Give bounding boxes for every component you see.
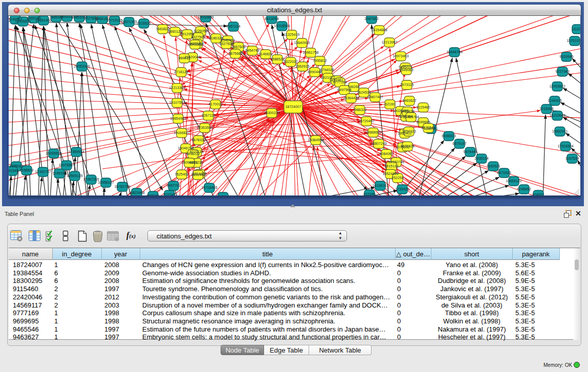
svg-text:9084067: 9084067	[379, 152, 393, 156]
svg-text:9115460: 9115460	[417, 105, 430, 109]
svg-text:15495764: 15495764	[403, 115, 419, 119]
svg-text:8678332: 8678332	[191, 138, 205, 142]
svg-text:4170012: 4170012	[208, 102, 222, 106]
svg-text:12342757: 12342757	[35, 170, 51, 173]
svg-text:16961758: 16961758	[302, 51, 318, 54]
svg-text:7955812: 7955812	[313, 59, 326, 62]
svg-text:3875685: 3875685	[228, 52, 242, 55]
svg-text:3215958: 3215958	[539, 107, 553, 111]
svg-text:15716465: 15716465	[201, 186, 217, 189]
svg-text:9327505: 9327505	[191, 35, 205, 39]
svg-text:11325419: 11325419	[284, 33, 300, 36]
svg-text:6879197: 6879197	[452, 142, 466, 145]
svg-text:18807249: 18807249	[371, 142, 386, 145]
svg-text:10958107: 10958107	[98, 181, 114, 184]
svg-text:9777169: 9777169	[333, 80, 346, 84]
svg-text:8498222: 8498222	[186, 152, 200, 156]
svg-text:1691448: 1691448	[191, 173, 205, 177]
svg-text:19218506: 19218506	[274, 24, 290, 28]
svg-text:7625402: 7625402	[175, 172, 188, 176]
svg-text:12405571: 12405571	[15, 19, 31, 23]
svg-text:3624534: 3624534	[357, 91, 371, 94]
svg-text:1733426: 1733426	[395, 187, 409, 191]
svg-text:10807487: 10807487	[367, 95, 383, 99]
svg-text:12213369: 12213369	[169, 86, 185, 90]
svg-text:18724007: 18724007	[285, 105, 301, 108]
svg-text:111234: 111234	[572, 27, 580, 31]
svg-text:62160: 62160	[385, 102, 395, 106]
svg-text:9699695: 9699695	[416, 120, 430, 124]
svg-text:7357224: 7357224	[226, 25, 240, 28]
svg-text:12823468: 12823468	[128, 191, 144, 194]
svg-text:1588520: 1588520	[270, 57, 284, 61]
svg-text:1167534: 1167534	[565, 157, 579, 160]
svg-text:16671355: 16671355	[121, 20, 137, 24]
svg-text:8454749: 8454749	[245, 49, 259, 52]
svg-text:12213967: 12213967	[381, 40, 397, 44]
svg-text:15751074: 15751074	[567, 39, 580, 42]
svg-text:9146821: 9146821	[258, 52, 272, 56]
svg-text:2718126: 2718126	[174, 70, 188, 74]
svg-text:13524851: 13524851	[382, 172, 398, 176]
svg-text:9245652: 9245652	[517, 187, 531, 191]
svg-text:16210643: 16210643	[549, 114, 565, 117]
svg-text:1876928: 1876928	[400, 144, 414, 148]
svg-text:17359934: 17359934	[68, 150, 84, 154]
svg-text:15692911: 15692911	[552, 129, 568, 133]
svg-text:1615132: 1615132	[384, 164, 398, 168]
svg-text:2973115: 2973115	[400, 83, 414, 86]
svg-text:17016504: 17016504	[557, 144, 573, 148]
svg-text:10973493: 10973493	[393, 54, 408, 58]
svg-text:391543: 391543	[9, 169, 18, 172]
svg-text:1654923: 1654923	[402, 129, 416, 133]
svg-text:7986322: 7986322	[353, 108, 366, 112]
svg-text:8471626: 8471626	[497, 171, 511, 174]
svg-text:26053346: 26053346	[74, 64, 90, 68]
svg-text:1362615: 1362615	[295, 64, 309, 68]
svg-text:10107553: 10107553	[169, 101, 185, 104]
svg-text:19654983: 19654983	[170, 117, 186, 120]
svg-text:12505135: 12505135	[67, 174, 82, 178]
svg-text:16154808: 16154808	[371, 28, 387, 32]
svg-text:9465438: 9465438	[400, 110, 414, 113]
svg-text:12093822: 12093822	[549, 84, 565, 88]
svg-text:9457791: 9457791	[166, 184, 180, 187]
svg-text:16648784: 16648784	[446, 50, 462, 54]
svg-text:1545063: 1545063	[399, 68, 413, 72]
svg-text:12353594: 12353594	[197, 126, 212, 129]
svg-text:989612: 989612	[178, 56, 190, 60]
svg-text:1546463: 1546463	[221, 38, 234, 42]
svg-text:17957255: 17957255	[83, 178, 99, 181]
svg-text:9227343: 9227343	[555, 70, 569, 73]
svg-text:2867608: 2867608	[231, 45, 245, 49]
svg-text:1335061: 1335061	[9, 164, 23, 168]
svg-text:9463627: 9463627	[402, 99, 416, 102]
svg-text:25300235: 25300235	[264, 111, 279, 115]
svg-text:252254: 252254	[391, 176, 403, 180]
svg-text:5322037: 5322037	[284, 60, 297, 63]
svg-text:20364436: 20364436	[343, 96, 359, 100]
svg-text:2087662: 2087662	[364, 17, 378, 20]
svg-text:19166827: 19166827	[173, 131, 189, 135]
svg-text:20206536: 20206536	[46, 151, 61, 155]
svg-text:16120746: 16120746	[388, 160, 404, 164]
svg-text:9329946: 9329946	[559, 55, 573, 58]
svg-text:19384554: 19384554	[308, 138, 323, 142]
svg-text:6497568: 6497568	[337, 88, 351, 92]
svg-text:15720407: 15720407	[358, 119, 374, 123]
svg-text:14099489: 14099489	[181, 161, 197, 164]
svg-text:9876543: 9876543	[421, 126, 435, 129]
svg-text:1244415: 1244415	[548, 99, 561, 102]
svg-text:10688609: 10688609	[365, 130, 381, 134]
svg-text:6938923: 6938923	[442, 134, 455, 138]
svg-text:7632621: 7632621	[486, 164, 500, 168]
svg-text:10654122: 10654122	[506, 179, 521, 183]
svg-text:6794028: 6794028	[320, 68, 334, 72]
svg-text:1156829: 1156829	[20, 168, 34, 172]
svg-text:3226058: 3226058	[193, 29, 207, 33]
svg-text:3267110: 3267110	[202, 114, 215, 117]
svg-text:2935134: 2935134	[474, 157, 488, 160]
svg-text:10975887: 10975887	[58, 163, 74, 167]
svg-text:8813054: 8813054	[265, 17, 278, 20]
svg-text:10719155: 10719155	[106, 18, 122, 22]
